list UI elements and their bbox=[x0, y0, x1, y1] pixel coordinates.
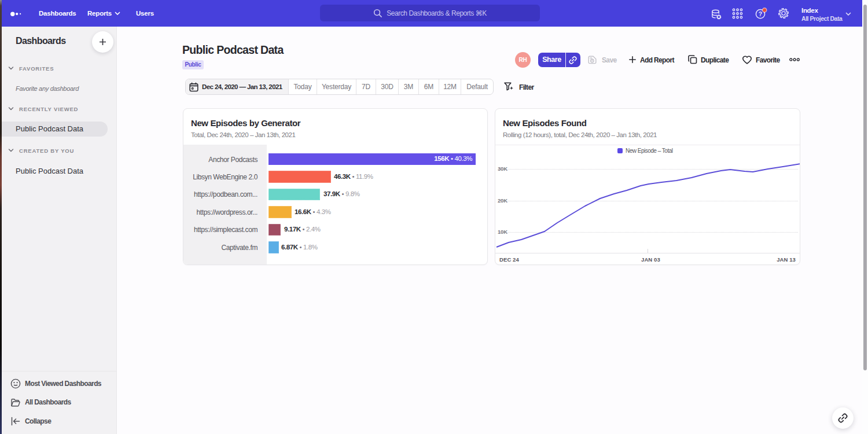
svg-text:?: ? bbox=[759, 10, 762, 17]
